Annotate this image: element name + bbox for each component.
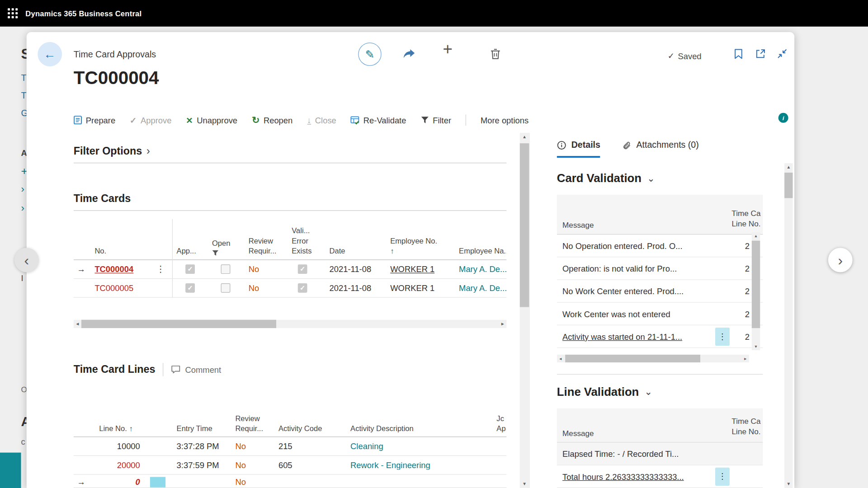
scrollbar-thumb[interactable] — [520, 143, 529, 307]
approve-action[interactable]: ✓ Approve — [130, 115, 171, 125]
time-card-row[interactable]: TC000005 No 2021-11-08 WORKER 1 Mary A. … — [74, 279, 507, 298]
exit-fullscreen-button[interactable] — [777, 49, 787, 59]
factbox-vertical-scrollbar[interactable]: ▲ ▼ — [784, 163, 793, 488]
scroll-left-button[interactable]: ◄ — [557, 355, 564, 362]
employee-no-cell[interactable]: WORKER 1 — [382, 283, 454, 293]
scrollbar-track[interactable] — [784, 172, 793, 480]
new-button[interactable]: + — [443, 40, 453, 59]
filter-options-section-header[interactable]: Filter Options › — [74, 145, 150, 157]
no-column-header[interactable]: No. — [90, 246, 149, 256]
share-button[interactable] — [403, 49, 415, 59]
scrollbar-thumb[interactable] — [784, 173, 793, 198]
scrollbar-track[interactable] — [81, 320, 499, 328]
open-in-new-window-button[interactable] — [755, 49, 765, 59]
date-cell[interactable]: 2021-11-08 — [321, 283, 382, 293]
time-card-line-row[interactable]: 10000 3:37:28 PM No 215 Cleaning — [74, 437, 507, 456]
next-record-button[interactable]: › — [828, 248, 853, 272]
scroll-right-button[interactable]: ► — [742, 355, 749, 362]
time-card-line-no-column-header[interactable]: Time Ca Line No. — [723, 208, 763, 230]
validation-error-column-header[interactable]: Vali... Error Exists — [283, 226, 322, 256]
line-no-cell[interactable]: 20000 — [90, 460, 146, 470]
review-required-cell[interactable]: No — [231, 477, 274, 487]
review-required-cell[interactable]: No — [243, 283, 283, 293]
scrollbar-thumb[interactable] — [81, 320, 276, 328]
back-button[interactable]: ← — [38, 42, 62, 66]
edit-button[interactable]: ✎ — [358, 42, 381, 66]
validation-message-row[interactable]: No Operation entered. Prod. O... 2 — [557, 235, 763, 257]
validation-message[interactable]: No Work Center entered. Prod.... — [557, 286, 734, 296]
row-menu-button[interactable]: ⋮ — [715, 467, 730, 485]
time-card-line-row[interactable]: → 0 No — [74, 475, 507, 488]
line-no-cell[interactable]: 10000 — [90, 441, 146, 451]
employee-no-column-header[interactable]: Employee No. ↑ — [382, 236, 454, 256]
validation-message[interactable]: Elapsed Time: - / Recorded Ti... — [557, 449, 734, 459]
employee-name-column-header[interactable]: Employee Na... — [454, 246, 506, 256]
row-menu-button[interactable]: ⋮ — [156, 265, 165, 274]
review-required-column-header[interactable]: Review Requir... — [243, 236, 283, 256]
validation-message-link[interactable]: Total hours 2.26333333333333... — [557, 472, 715, 481]
time-cards-horizontal-scrollbar[interactable]: ◄ ► — [74, 320, 507, 328]
approved-checkbox[interactable] — [185, 283, 195, 293]
employee-no-cell[interactable]: WORKER 1 — [382, 264, 454, 274]
validation-message[interactable]: Operation: is not valid for Pro... — [557, 263, 734, 273]
delete-button[interactable] — [491, 49, 500, 59]
validation-message-row[interactable]: Total hours 2.26333333333333... ⋮ — [557, 465, 763, 488]
review-required-cell[interactable]: No — [231, 441, 274, 451]
card-validation-section-header[interactable]: Card Validation ⌄ — [557, 172, 655, 185]
validation-message-link[interactable]: Activity was started on 21-11-1... — [557, 332, 715, 341]
app-launcher-button[interactable] — [0, 0, 25, 27]
activity-description-link[interactable]: Cleaning — [343, 441, 493, 451]
validation-message[interactable]: No Operation entered. Prod. O... — [557, 241, 734, 250]
validation-message-row[interactable]: Operation: is not valid for Pro... 2 — [557, 257, 763, 280]
activity-code-cell[interactable]: 215 — [274, 441, 343, 451]
validation-error-checkbox[interactable] — [297, 283, 307, 293]
app-title[interactable]: Dynamics 365 Business Central — [25, 9, 142, 17]
open-checkbox[interactable] — [221, 283, 230, 293]
scrollbar-track[interactable] — [752, 239, 760, 343]
scroll-down-button[interactable]: ▼ — [784, 480, 793, 488]
scrollbar-track[interactable] — [520, 141, 529, 479]
scroll-left-button[interactable]: ◄ — [74, 320, 81, 328]
open-column-header[interactable]: Open — [208, 238, 243, 256]
time-card-row[interactable]: → TC000004 ⋮ No 2021-11-08 WORKER 1 Mary… — [74, 260, 507, 279]
more-options-action[interactable]: More options — [481, 115, 528, 125]
prepare-action[interactable]: Prepare — [74, 115, 115, 125]
scroll-down-button[interactable]: ▼ — [520, 480, 529, 488]
bookmark-button[interactable] — [734, 49, 743, 59]
card-validation-horizontal-scrollbar[interactable]: ◄ ► — [557, 355, 749, 362]
reopen-action[interactable]: ↻ Reopen — [252, 115, 292, 125]
previous-record-button[interactable]: ‹ — [14, 248, 39, 272]
review-required-cell[interactable]: No — [243, 264, 283, 274]
activity-code-column-header[interactable]: Activity Code — [274, 424, 343, 434]
validation-error-checkbox[interactable] — [297, 264, 307, 274]
card-validation-vertical-scrollbar[interactable]: ▲ ▼ — [752, 232, 760, 350]
activity-description-link[interactable]: Rework - Engineering — [343, 460, 493, 470]
review-required-cell[interactable]: No — [231, 460, 274, 470]
time-card-line-no-column-header[interactable]: Time Ca Line No. — [723, 416, 763, 438]
line-validation-section-header[interactable]: Line Validation ⌄ — [557, 385, 652, 398]
tab-details[interactable]: Details — [557, 140, 600, 158]
employee-name-link[interactable]: Mary A. De... — [454, 283, 506, 293]
line-no-column-header[interactable]: Line No. ↑ — [90, 424, 146, 434]
activity-description-column-header[interactable]: Activity Description — [343, 424, 493, 434]
filter-action[interactable]: Filter — [420, 115, 451, 125]
selected-cell-highlight[interactable] — [150, 477, 165, 488]
scrollbar-track[interactable] — [564, 355, 742, 362]
date-column-header[interactable]: Date — [321, 246, 382, 256]
tab-attachments[interactable]: Attachments (0) — [623, 140, 699, 158]
scroll-down-button[interactable]: ▼ — [752, 343, 760, 350]
entry-time-cell[interactable]: 3:37:59 PM — [170, 460, 231, 470]
row-menu-button[interactable]: ⋮ — [715, 327, 730, 345]
scrollbar-thumb[interactable] — [752, 241, 760, 328]
scroll-up-button[interactable]: ▲ — [752, 232, 760, 239]
validation-message-row[interactable]: Work Center was not entered 2 — [557, 303, 763, 325]
time-card-no-link[interactable]: TC000005 — [90, 283, 149, 293]
main-vertical-scrollbar[interactable]: ▲ ▼ — [520, 133, 529, 488]
message-column-header[interactable]: Message — [557, 221, 723, 230]
entry-time-column-header[interactable]: Entry Time — [170, 424, 231, 434]
scroll-up-button[interactable]: ▲ — [784, 163, 793, 171]
validation-message-row[interactable]: No Work Center entered. Prod.... 2 — [557, 280, 763, 303]
approved-checkbox[interactable] — [185, 264, 195, 274]
entry-time-cell[interactable]: 3:37:28 PM — [170, 441, 231, 451]
approved-column-header[interactable]: App... — [172, 246, 208, 256]
